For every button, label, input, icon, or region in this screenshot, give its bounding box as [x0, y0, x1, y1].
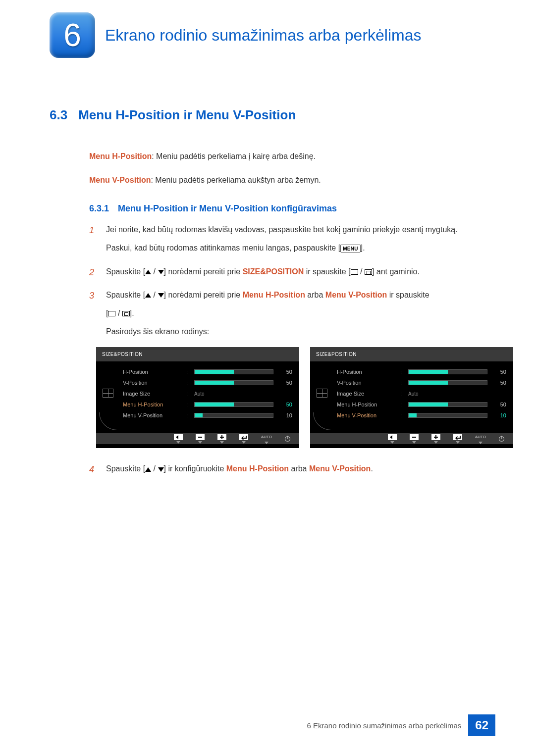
step-1: 1 Jei norite, kad būtų rodomas klavišų v…	[89, 223, 495, 259]
enter-icon	[239, 434, 248, 440]
intro-text: Menu H-Position: Meniu padėtis perkeliam…	[89, 150, 495, 186]
osd-row-mvpos: Menu V-Position : 10	[337, 410, 506, 421]
svg-rect-3	[221, 435, 222, 439]
size-position-label: SIZE&POSITION	[243, 267, 304, 276]
svg-marker-4	[390, 435, 392, 439]
step-4: 4 Spauskite [ / ] ir konfigūruokite Menu…	[89, 462, 495, 480]
down-icon	[158, 270, 164, 274]
footer-text: 6 Ekrano rodinio sumažinimas arba perkėl…	[307, 721, 461, 730]
down-icon	[158, 467, 164, 472]
menu-icon: MENU	[340, 245, 361, 252]
step-3-after: Pasirodys šis ekrano rodinys:	[106, 325, 513, 338]
rect-icon	[351, 269, 358, 275]
menu-h-label: Menu H-Position	[226, 464, 289, 473]
chapter-badge: 6	[50, 12, 95, 58]
slider	[194, 402, 273, 407]
chapter-number: 6	[63, 17, 81, 53]
osd-row-mhpos: Menu H-Position : 50	[337, 399, 506, 410]
slider	[408, 369, 487, 374]
footer-page-number: 62	[468, 714, 495, 736]
slider	[408, 402, 487, 407]
grid-icon	[317, 389, 327, 398]
step-2-text: Spauskite [ / ] norėdami pereiti prie SI…	[106, 265, 495, 278]
minus-icon	[196, 434, 205, 440]
source-icon	[122, 311, 130, 316]
step-3: 3 Spauskite [ / ] norėdami pereiti prie …	[89, 288, 495, 457]
power-icon	[285, 436, 290, 442]
osd-row-hpos: H-Position : 50	[123, 366, 292, 377]
slider	[194, 380, 273, 385]
osd-row-isize: Image Size : Auto	[337, 388, 506, 399]
intro-v-label: Menu V-Position	[89, 176, 151, 184]
step-4-text: Spauskite [ / ] ir konfigūruokite Menu H…	[106, 462, 495, 475]
osd-title: SIZE&POSITION	[310, 347, 513, 361]
slider	[408, 380, 487, 385]
steps-list: 1 Jei norite, kad būtų rodomas klavišų v…	[89, 223, 495, 480]
up-icon	[145, 293, 151, 298]
menu-v-label: Menu V-Position	[325, 291, 387, 299]
step-number: 2	[89, 265, 98, 283]
slider	[194, 369, 273, 374]
step-number: 4	[89, 462, 98, 480]
up-icon	[145, 467, 151, 472]
menu-v-label: Menu V-Position	[309, 464, 371, 473]
subsection-title: Menu H-Position ir Menu V-Position konfi…	[118, 203, 337, 214]
step-1-line2: Paskui, kad būtų rodomas atitinkamas men…	[106, 241, 495, 254]
step-3-line2: [ / ].	[106, 306, 513, 320]
osd-row-mhpos: Menu H-Position : 50	[123, 399, 292, 410]
intro-v-desc: : Meniu padėtis perkeliama aukštyn arba …	[151, 176, 321, 184]
slider	[408, 413, 487, 418]
back-icon	[388, 434, 397, 440]
step-2: 2 Spauskite [ / ] norėdami pereiti prie …	[89, 265, 495, 283]
step-3-line1: Spauskite [ / ] norėdami pereiti prie Me…	[106, 288, 513, 302]
arc-decoration	[99, 412, 117, 430]
svg-rect-7	[435, 435, 436, 439]
intro-h-label: Menu H-Position	[89, 152, 152, 160]
auto-label: AUTO	[261, 434, 272, 441]
down-icon	[158, 293, 164, 298]
grid-icon	[103, 389, 113, 398]
osd-bottom-bar: AUTO	[310, 433, 513, 444]
source-icon	[365, 269, 372, 275]
arc-decoration	[313, 412, 331, 430]
back-icon	[174, 434, 183, 440]
auto-label: AUTO	[475, 434, 486, 441]
osd-row-mvpos: Menu V-Position : 10	[123, 410, 292, 421]
osd-row-vpos: V-Position : 50	[337, 377, 506, 388]
osd-row-isize: Image Size : Auto	[123, 388, 292, 399]
svg-rect-1	[198, 437, 202, 438]
plus-icon	[217, 434, 226, 440]
svg-marker-0	[176, 435, 178, 439]
osd-row-vpos: V-Position : 50	[123, 377, 292, 388]
step-number: 1	[89, 223, 98, 259]
intro-h-desc: : Meniu padėtis perkeliama į kairę arba …	[152, 152, 316, 160]
osd-row-hpos: H-Position : 50	[337, 366, 506, 377]
osd-title: SIZE&POSITION	[96, 347, 299, 361]
section-title: Menu H-Position ir Menu V-Position	[78, 107, 296, 123]
up-icon	[145, 270, 151, 274]
subsection-number: 6.3.1	[89, 203, 109, 214]
subsection-heading: 6.3.1 Menu H-Position ir Menu V-Position…	[89, 203, 495, 214]
osd-screenshots: SIZE&POSITION H-Position :	[96, 347, 513, 448]
section-heading: 6.3 Menu H-Position ir Menu V-Position	[50, 107, 495, 123]
page-footer: 6 Ekrano rodinio sumažinimas arba perkėl…	[307, 714, 495, 736]
power-icon	[499, 436, 504, 442]
plus-icon	[431, 434, 440, 440]
menu-h-label: Menu H-Position	[243, 291, 305, 299]
minus-icon	[410, 434, 419, 440]
slider	[194, 413, 273, 418]
step-1-line1: Jei norite, kad būtų rodomas klavišų vad…	[106, 223, 495, 236]
rect-icon	[108, 311, 115, 316]
section-number: 6.3	[50, 107, 67, 123]
chapter-title: Ekrano rodinio sumažinimas arba perkėlim…	[105, 26, 422, 45]
enter-icon	[453, 434, 462, 440]
svg-rect-5	[412, 437, 416, 438]
osd-panel-v: SIZE&POSITION H-Position :	[310, 347, 513, 448]
chapter-header: 6 Ekrano rodinio sumažinimas arba perkėl…	[50, 0, 495, 58]
osd-panel-h: SIZE&POSITION H-Position :	[96, 347, 299, 448]
osd-bottom-bar: AUTO	[96, 433, 299, 444]
